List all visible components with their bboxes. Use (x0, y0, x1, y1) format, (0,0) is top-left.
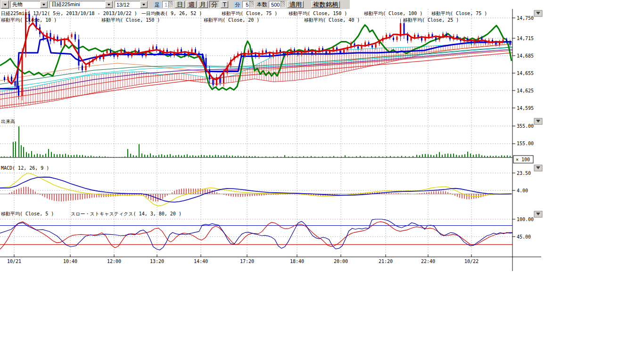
interval-stepper[interactable]: 1 (162, 1, 173, 8)
x-axis-label: 12:00 (107, 259, 121, 264)
period-tick-button[interactable]: T (221, 1, 228, 8)
bar-count-stepper[interactable]: 500 (269, 1, 286, 8)
legend-ma-75b: 移動平均( Close, 75 ) (431, 11, 487, 16)
period-day-button[interactable]: 日 (175, 1, 185, 8)
volume-scale-dropdown-button[interactable] (534, 118, 542, 124)
stochastics-panel (0, 219, 512, 250)
period-minute-button[interactable]: 分 (209, 1, 219, 8)
x-axis-label: 22:40 (421, 259, 435, 264)
price-axis-label: 14,715 (517, 36, 534, 41)
x-axis-label: 18:40 (290, 259, 304, 264)
bar-type-label: 足 (154, 1, 161, 8)
volume-panel-title: 出来高 (1, 119, 15, 124)
gridlines (0, 9, 512, 257)
market-select[interactable]: 先物 (10, 1, 48, 8)
x-axis-label: 13:20 (150, 259, 164, 264)
multi-symbol-button[interactable]: 複数銘柄 (311, 1, 340, 8)
bar-count-label: 本数 (256, 1, 267, 8)
price-axis-label: 14,750 (517, 16, 534, 21)
legend-ma-150b: 移動平均( Close, 150 ) (101, 17, 160, 23)
volume-axis-label: 355.00 (517, 123, 534, 129)
price-axis-label: 14,595 (517, 106, 534, 111)
x-axis-label: 17:20 (240, 259, 254, 264)
legend-ma-100: 移動平均( Close, 100 ) (364, 11, 422, 16)
period-month-button[interactable]: 月 (198, 1, 208, 8)
interval-stepper-value: 1 (163, 2, 168, 8)
ma-orange-75 (0, 44, 512, 81)
chart-canvas[interactable]: 14,75014,71514,68514,65514,62514,595355.… (0, 9, 644, 362)
macd-axis-label: 23.50 (517, 171, 531, 176)
volume-multiplier-badge: × 100 (513, 156, 533, 163)
chevron-down-icon (4, 4, 7, 6)
x-axis-label: 20:00 (334, 259, 348, 264)
price-scale-dropdown-button[interactable] (534, 10, 542, 16)
x-axis-label: 21:20 (379, 259, 393, 264)
macd-panel (0, 173, 512, 206)
svg-text:× 100: × 100 (516, 157, 530, 162)
minute-label: 分 (234, 1, 241, 8)
symbol-select-value: 日経225mini (50, 1, 82, 8)
legend-ichimoku: 一目均衡表( 9, 26, 52 ) (141, 11, 202, 16)
price-axis-label: 14,625 (517, 88, 534, 93)
legend-ma-20: 移動平均( Close, 20 ) (204, 17, 259, 23)
stochastics-axis-label: 100.00 (517, 217, 534, 222)
volume-axis-label: 155.00 (517, 141, 534, 146)
chart-application-window: 先物 日経225mini 13/12 足 1 日 週 月 分 T 分 5 本数 … (0, 0, 644, 362)
chevron-down-icon[interactable] (105, 1, 113, 8)
stoch-panel-title: スロー・ストキャスティクス( 14, 3, 80, 20 ) (71, 211, 182, 216)
chevron-down-icon[interactable] (140, 1, 148, 8)
legend-ma-25: 移動平均( Close, 25 ) (403, 17, 459, 23)
symbol-select[interactable]: 日経225mini (50, 1, 113, 8)
spinner-icon[interactable] (281, 1, 285, 8)
x-axis-label: 10/22 (464, 259, 479, 264)
bar-count-stepper-value: 500 (269, 2, 281, 8)
spinner-icon[interactable] (249, 1, 254, 8)
period-week-button[interactable]: 週 (186, 1, 196, 8)
minute-stepper[interactable]: 5 (242, 1, 255, 8)
x-axis-label: 14:40 (194, 259, 208, 264)
minute-stepper-value: 5 (243, 2, 249, 8)
legend-symbol-period: 日経225mini 13/12( 5分, 2013/10/18 - 2013/1… (1, 11, 137, 16)
macd-axis-label: 4.00 (517, 188, 528, 193)
price-axis-label: 14,655 (517, 71, 534, 76)
contract-month-select[interactable]: 13/12 (115, 1, 148, 8)
legend-ma-150: 移動平均( Close, 150 ) (289, 11, 347, 16)
macd-panel-title: MACD( 12, 26, 9 ) (1, 165, 49, 171)
price-panel (0, 9, 512, 109)
legend-ma-40: 移動平均( Close, 40 ) (304, 17, 360, 23)
ma-red-long (0, 53, 512, 106)
legend-ma-75: 移動平均( Close, 75 ) (222, 11, 277, 16)
toolbar: 先物 日経225mini 13/12 足 1 日 週 月 分 T 分 5 本数 … (0, 0, 350, 9)
volume-panel (0, 126, 512, 157)
ma-red-150 (0, 50, 512, 99)
legend-ma-10: 移動平均( Close, 10 ) (1, 17, 57, 23)
contract-month-select-value: 13/12 (115, 2, 131, 8)
toolbar-collapse-dropdown-button[interactable] (1, 0, 9, 8)
x-axis-label: 10/21 (7, 259, 21, 264)
stochastics-axis-label: 45.00 (517, 234, 531, 239)
chevron-down-icon[interactable] (40, 1, 48, 8)
macd-line (0, 173, 512, 206)
macd-scale-dropdown-button[interactable] (534, 165, 542, 171)
price-axis-label: 14,685 (517, 53, 534, 58)
x-axis-label: 10:40 (63, 259, 77, 264)
spinner-icon[interactable] (168, 1, 173, 8)
stoch-ma-title: 移動平均( Close, 5 ) (1, 211, 54, 216)
apply-button[interactable]: 適用 (287, 1, 304, 8)
macd-signal-line (0, 177, 512, 202)
market-select-value: 先物 (11, 1, 24, 8)
axes: 14,75014,71514,68514,65514,62514,595355.… (0, 9, 541, 271)
stoch-scale-dropdown-button[interactable] (534, 211, 542, 217)
